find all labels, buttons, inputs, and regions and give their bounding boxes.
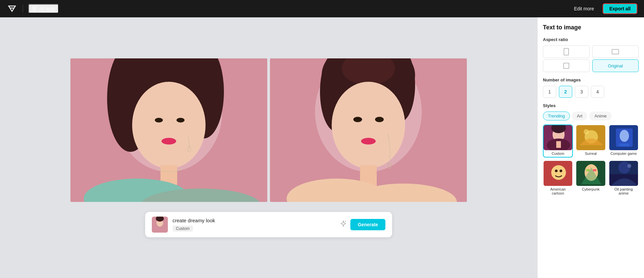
prompt-bar: create dreamy look Custom Generate — [145, 212, 392, 237]
svg-point-20 — [332, 82, 405, 169]
style-card-img-custom — [544, 125, 572, 150]
style-label-surreal: Surreal — [576, 150, 605, 157]
style-label-oil-painting: Oil painting anime — [609, 186, 638, 197]
header: All tools Edit more Export all — [0, 0, 644, 17]
svg-point-5 — [132, 82, 206, 169]
tab-anime[interactable]: Anime — [589, 111, 612, 120]
image-placeholder-2 — [270, 58, 467, 202]
style-card-surreal[interactable]: Surreal — [576, 124, 606, 158]
prompt-content: create dreamy look Custom — [173, 218, 335, 232]
style-label-american-cartoon: American cartoon — [544, 186, 572, 197]
aspect-original-button[interactable]: Original — [592, 59, 639, 72]
svg-point-49 — [555, 170, 558, 172]
style-card-img-oil-painting — [609, 161, 638, 186]
styles-grid: Custom Surreal — [543, 124, 639, 197]
style-card-img-american-cartoon — [544, 161, 572, 186]
generated-image-2[interactable] — [270, 58, 467, 202]
export-all-button[interactable]: Export all — [603, 3, 637, 14]
panel-title: Text to image — [543, 24, 639, 31]
svg-rect-39 — [556, 141, 561, 148]
svg-point-7 — [177, 118, 185, 122]
svg-point-45 — [620, 130, 629, 142]
svg-point-34 — [345, 221, 346, 222]
svg-point-48 — [551, 165, 566, 180]
main-layout: create dreamy look Custom Generate Text … — [0, 0, 644, 278]
generated-image-1[interactable] — [70, 58, 267, 202]
aspect-square-button[interactable] — [543, 59, 590, 72]
styles-label: Styles — [543, 103, 639, 108]
style-label-custom: Custom — [544, 150, 572, 157]
all-tools-button[interactable]: All tools — [28, 4, 59, 13]
style-card-computer-game[interactable]: Computer game — [609, 124, 639, 158]
sparkle-button[interactable] — [340, 220, 347, 229]
style-card-custom[interactable]: Custom — [543, 124, 573, 158]
svg-point-22 — [375, 117, 384, 122]
aspect-portrait-button[interactable] — [543, 45, 590, 58]
num-images-label: Number of images — [543, 77, 639, 82]
prompt-text: create dreamy look — [173, 218, 335, 223]
num-1-button[interactable]: 1 — [543, 86, 556, 98]
svg-rect-53 — [586, 169, 590, 171]
svg-point-42 — [584, 129, 589, 134]
prompt-thumbnail — [152, 217, 168, 233]
header-divider — [23, 5, 23, 13]
svg-point-23 — [361, 138, 376, 145]
images-container — [70, 58, 467, 202]
header-left: All tools — [7, 3, 59, 14]
logo-icon[interactable] — [7, 3, 17, 14]
style-card-oil-painting[interactable]: Oil painting anime — [609, 160, 639, 197]
image-placeholder-1 — [70, 58, 267, 202]
svg-rect-54 — [593, 169, 596, 171]
canvas-area: create dreamy look Custom Generate — [0, 17, 537, 278]
right-panel: Text to image Aspect ratio Original Numb… — [537, 17, 644, 278]
num-4-button[interactable]: 4 — [591, 86, 604, 98]
svg-point-50 — [560, 170, 562, 172]
prompt-tag: Custom — [173, 226, 193, 232]
tab-trending[interactable]: Trending — [543, 111, 570, 120]
prompt-actions: Generate — [340, 219, 385, 230]
styles-tabs: Trending Art Anime — [543, 111, 639, 120]
style-label-cyberpunk: Cyberpunk — [576, 186, 605, 193]
svg-point-21 — [353, 117, 362, 122]
style-card-img-cyberpunk — [576, 161, 605, 186]
svg-point-6 — [155, 118, 163, 122]
all-tools-label: All tools — [39, 6, 55, 11]
generate-button[interactable]: Generate — [350, 219, 385, 230]
num-3-button[interactable]: 3 — [575, 86, 588, 98]
style-card-img-computer-game — [609, 125, 638, 150]
svg-point-58 — [627, 164, 631, 168]
style-card-american-cartoon[interactable]: American cartoon — [543, 160, 573, 197]
svg-point-8 — [162, 138, 176, 145]
aspect-row2: Original — [543, 59, 639, 72]
svg-rect-46 — [619, 144, 629, 146]
style-card-img-surreal — [576, 125, 605, 150]
num-2-button[interactable]: 2 — [559, 86, 572, 98]
tab-art[interactable]: Art — [572, 111, 588, 120]
aspect-ratio-label: Aspect ratio — [543, 37, 639, 42]
aspect-ratio-grid — [543, 45, 639, 58]
edit-more-button[interactable]: Edit more — [569, 4, 599, 13]
aspect-landscape-button[interactable] — [592, 45, 639, 58]
header-right: Edit more Export all — [569, 3, 637, 14]
num-images-grid: 1 2 3 4 — [543, 86, 639, 98]
style-card-cyberpunk[interactable]: Cyberpunk — [576, 160, 606, 197]
style-label-computer-game: Computer game — [609, 150, 638, 157]
